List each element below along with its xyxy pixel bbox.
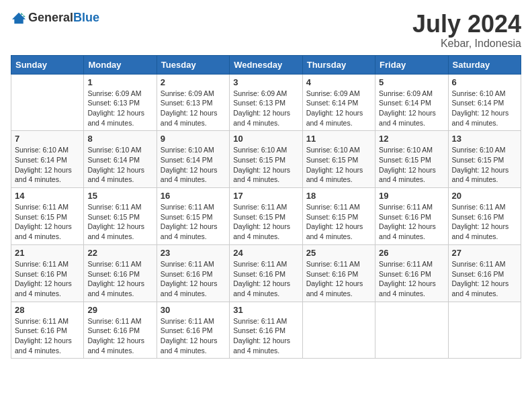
svg-marker-0 — [12, 12, 26, 24]
day-number: 1 — [87, 77, 152, 87]
column-header-friday: Friday — [375, 55, 448, 74]
day-info: Sunrise: 6:11 AMSunset: 6:16 PMDaylight:… — [233, 260, 290, 298]
day-info: Sunrise: 6:10 AMSunset: 6:15 PMDaylight:… — [452, 146, 509, 183]
calendar-cell: 23 Sunrise: 6:11 AMSunset: 6:16 PMDaylig… — [157, 244, 229, 302]
day-number: 17 — [233, 191, 298, 201]
calendar-cell: 19 Sunrise: 6:11 AMSunset: 6:16 PMDaylig… — [375, 188, 448, 245]
calendar-cell: 9 Sunrise: 6:10 AMSunset: 6:14 PMDayligh… — [157, 131, 229, 188]
day-number: 20 — [452, 191, 517, 201]
calendar-cell: 3 Sunrise: 6:09 AMSunset: 6:13 PMDayligh… — [230, 74, 302, 131]
calendar-cell: 18 Sunrise: 6:11 AMSunset: 6:15 PMDaylig… — [302, 188, 375, 245]
day-number: 15 — [87, 191, 152, 201]
day-number: 28 — [15, 305, 80, 315]
day-info: Sunrise: 6:11 AMSunset: 6:15 PMDaylight:… — [87, 203, 144, 240]
day-info: Sunrise: 6:10 AMSunset: 6:15 PMDaylight:… — [379, 146, 436, 183]
calendar-cell: 11 Sunrise: 6:10 AMSunset: 6:15 PMDaylig… — [302, 131, 375, 188]
day-info: Sunrise: 6:11 AMSunset: 6:16 PMDaylight:… — [452, 260, 509, 298]
day-info: Sunrise: 6:10 AMSunset: 6:14 PMDaylight:… — [87, 146, 144, 183]
column-header-wednesday: Wednesday — [230, 55, 302, 74]
day-info: Sunrise: 6:09 AMSunset: 6:14 PMDaylight:… — [379, 89, 436, 127]
day-info: Sunrise: 6:11 AMSunset: 6:16 PMDaylight:… — [161, 260, 218, 298]
calendar-cell — [11, 74, 84, 131]
calendar-cell: 15 Sunrise: 6:11 AMSunset: 6:15 PMDaylig… — [84, 188, 157, 245]
calendar-cell: 16 Sunrise: 6:11 AMSunset: 6:15 PMDaylig… — [157, 188, 229, 245]
calendar-cell: 24 Sunrise: 6:11 AMSunset: 6:16 PMDaylig… — [230, 244, 302, 302]
calendar-cell: 5 Sunrise: 6:09 AMSunset: 6:14 PMDayligh… — [375, 74, 448, 131]
calendar-cell: 13 Sunrise: 6:10 AMSunset: 6:15 PMDaylig… — [448, 131, 521, 188]
day-number: 29 — [87, 305, 152, 315]
day-info: Sunrise: 6:11 AMSunset: 6:16 PMDaylight:… — [87, 260, 144, 298]
day-number: 30 — [161, 305, 226, 315]
day-info: Sunrise: 6:11 AMSunset: 6:16 PMDaylight:… — [15, 317, 72, 355]
calendar-cell: 17 Sunrise: 6:11 AMSunset: 6:15 PMDaylig… — [230, 188, 302, 245]
day-number: 3 — [233, 77, 298, 87]
day-info: Sunrise: 6:11 AMSunset: 6:15 PMDaylight:… — [233, 203, 290, 240]
logo: GeneralBlue — [11, 11, 99, 25]
month-title: July 2024 — [412, 11, 521, 38]
calendar-week-row: 28 Sunrise: 6:11 AMSunset: 6:16 PMDaylig… — [11, 302, 521, 359]
day-info: Sunrise: 6:10 AMSunset: 6:14 PMDaylight:… — [161, 146, 218, 183]
column-header-sunday: Sunday — [11, 55, 84, 74]
day-number: 5 — [379, 77, 444, 87]
calendar-cell: 21 Sunrise: 6:11 AMSunset: 6:16 PMDaylig… — [11, 244, 84, 302]
page-header: GeneralBlue July 2024 Kebar, Indonesia — [11, 11, 521, 50]
day-number: 23 — [161, 248, 226, 258]
calendar-cell: 1 Sunrise: 6:09 AMSunset: 6:13 PMDayligh… — [84, 74, 157, 131]
calendar-week-row: 7 Sunrise: 6:10 AMSunset: 6:14 PMDayligh… — [11, 131, 521, 188]
day-info: Sunrise: 6:09 AMSunset: 6:13 PMDaylight:… — [233, 89, 290, 127]
day-info: Sunrise: 6:10 AMSunset: 6:14 PMDaylight:… — [15, 146, 72, 183]
calendar-cell — [448, 302, 521, 359]
column-header-tuesday: Tuesday — [157, 55, 229, 74]
day-number: 14 — [15, 191, 80, 201]
calendar-cell: 29 Sunrise: 6:11 AMSunset: 6:16 PMDaylig… — [84, 302, 157, 359]
day-number: 16 — [161, 191, 226, 201]
day-number: 6 — [452, 77, 517, 87]
day-number: 10 — [233, 134, 298, 144]
day-number: 31 — [233, 305, 298, 315]
calendar-cell: 14 Sunrise: 6:11 AMSunset: 6:15 PMDaylig… — [11, 188, 84, 245]
day-info: Sunrise: 6:09 AMSunset: 6:14 PMDaylight:… — [306, 89, 363, 127]
day-info: Sunrise: 6:10 AMSunset: 6:15 PMDaylight:… — [233, 146, 290, 183]
calendar-week-row: 1 Sunrise: 6:09 AMSunset: 6:13 PMDayligh… — [11, 74, 521, 131]
day-number: 27 — [452, 248, 517, 258]
day-info: Sunrise: 6:11 AMSunset: 6:15 PMDaylight:… — [161, 203, 218, 240]
day-info: Sunrise: 6:10 AMSunset: 6:14 PMDaylight:… — [452, 89, 509, 127]
logo-blue-text: Blue — [73, 11, 99, 25]
day-info: Sunrise: 6:11 AMSunset: 6:16 PMDaylight:… — [306, 260, 363, 298]
location-subtitle: Kebar, Indonesia — [412, 38, 521, 50]
calendar-cell: 12 Sunrise: 6:10 AMSunset: 6:15 PMDaylig… — [375, 131, 448, 188]
logo-general-text: General — [28, 11, 73, 25]
calendar-cell: 26 Sunrise: 6:11 AMSunset: 6:16 PMDaylig… — [375, 244, 448, 302]
calendar-cell: 25 Sunrise: 6:11 AMSunset: 6:16 PMDaylig… — [302, 244, 375, 302]
calendar-header-row: SundayMondayTuesdayWednesdayThursdayFrid… — [11, 55, 521, 74]
calendar-cell — [375, 302, 448, 359]
calendar-cell: 2 Sunrise: 6:09 AMSunset: 6:13 PMDayligh… — [157, 74, 229, 131]
day-number: 21 — [15, 248, 80, 258]
calendar-cell: 27 Sunrise: 6:11 AMSunset: 6:16 PMDaylig… — [448, 244, 521, 302]
calendar-cell: 10 Sunrise: 6:10 AMSunset: 6:15 PMDaylig… — [230, 131, 302, 188]
day-number: 12 — [379, 134, 444, 144]
day-number: 26 — [379, 248, 444, 258]
day-number: 2 — [161, 77, 226, 87]
calendar-cell: 28 Sunrise: 6:11 AMSunset: 6:16 PMDaylig… — [11, 302, 84, 359]
day-info: Sunrise: 6:10 AMSunset: 6:15 PMDaylight:… — [306, 146, 363, 183]
day-info: Sunrise: 6:09 AMSunset: 6:13 PMDaylight:… — [87, 89, 144, 127]
day-number: 22 — [87, 248, 152, 258]
day-number: 24 — [233, 248, 298, 258]
calendar-week-row: 21 Sunrise: 6:11 AMSunset: 6:16 PMDaylig… — [11, 244, 521, 302]
day-info: Sunrise: 6:11 AMSunset: 6:16 PMDaylight:… — [452, 203, 509, 240]
day-info: Sunrise: 6:11 AMSunset: 6:15 PMDaylight:… — [15, 203, 72, 240]
column-header-monday: Monday — [84, 55, 157, 74]
calendar-cell: 8 Sunrise: 6:10 AMSunset: 6:14 PMDayligh… — [84, 131, 157, 188]
day-number: 19 — [379, 191, 444, 201]
column-header-thursday: Thursday — [302, 55, 375, 74]
day-number: 13 — [452, 134, 517, 144]
day-info: Sunrise: 6:11 AMSunset: 6:16 PMDaylight:… — [379, 260, 436, 298]
calendar-cell: 30 Sunrise: 6:11 AMSunset: 6:16 PMDaylig… — [157, 302, 229, 359]
title-block: July 2024 Kebar, Indonesia — [412, 11, 521, 50]
day-number: 9 — [161, 134, 226, 144]
calendar-cell — [302, 302, 375, 359]
day-number: 18 — [306, 191, 371, 201]
day-number: 11 — [306, 134, 371, 144]
calendar-cell: 4 Sunrise: 6:09 AMSunset: 6:14 PMDayligh… — [302, 74, 375, 131]
